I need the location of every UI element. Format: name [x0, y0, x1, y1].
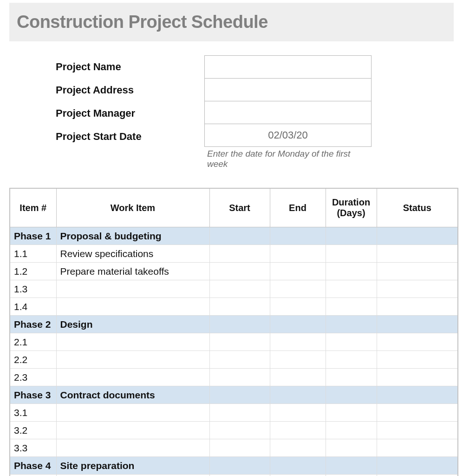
cell-work[interactable]	[56, 280, 209, 298]
cell-status[interactable]	[377, 263, 458, 280]
header-start: Start	[209, 188, 270, 227]
phase-row: Phase 1Proposal & budgeting	[10, 227, 458, 245]
table-row: 2.2	[10, 351, 458, 369]
table-row: 1.4	[10, 298, 458, 316]
header-duration: Duration (Days)	[326, 188, 377, 227]
cell-end[interactable]	[270, 386, 326, 404]
cell-start[interactable]	[209, 316, 270, 333]
cell-item[interactable]: Phase 3	[10, 386, 56, 404]
cell-item[interactable]: 3.1	[10, 404, 56, 422]
cell-start[interactable]	[209, 245, 270, 263]
cell-start[interactable]	[209, 333, 270, 351]
field-project-address[interactable]	[204, 78, 372, 101]
cell-end[interactable]	[270, 439, 326, 457]
cell-work[interactable]	[56, 404, 209, 422]
cell-end[interactable]	[270, 298, 326, 316]
cell-item[interactable]: 2.2	[10, 351, 56, 369]
cell-status[interactable]	[377, 386, 458, 404]
cell-work[interactable]: Contract documents	[56, 386, 209, 404]
cell-item[interactable]: 2.3	[10, 369, 56, 386]
cell-start[interactable]	[209, 439, 270, 457]
cell-work[interactable]	[56, 475, 209, 476]
cell-work[interactable]	[56, 422, 209, 439]
cell-work[interactable]: Review specifications	[56, 245, 209, 263]
cell-item[interactable]: Phase 2	[10, 316, 56, 333]
cell-status[interactable]	[377, 457, 458, 475]
cell-duration[interactable]	[326, 404, 377, 422]
cell-work[interactable]	[56, 369, 209, 386]
cell-duration[interactable]	[326, 280, 377, 298]
cell-item[interactable]: 4.1	[10, 475, 56, 476]
cell-start[interactable]	[209, 227, 270, 245]
cell-item[interactable]: Phase 4	[10, 457, 56, 475]
cell-status[interactable]	[377, 298, 458, 316]
cell-start[interactable]	[209, 386, 270, 404]
phase-row: Phase 4Site preparation	[10, 457, 458, 475]
cell-duration[interactable]	[326, 457, 377, 475]
cell-status[interactable]	[377, 227, 458, 245]
cell-end[interactable]	[270, 369, 326, 386]
cell-work[interactable]	[56, 439, 209, 457]
cell-duration[interactable]	[326, 422, 377, 439]
cell-duration[interactable]	[326, 245, 377, 263]
cell-item[interactable]: 1.2	[10, 263, 56, 280]
cell-item[interactable]: 1.1	[10, 245, 56, 263]
cell-duration[interactable]	[326, 227, 377, 245]
cell-item[interactable]: 2.1	[10, 333, 56, 351]
cell-status[interactable]	[377, 422, 458, 439]
cell-duration[interactable]	[326, 369, 377, 386]
cell-start[interactable]	[209, 457, 270, 475]
cell-duration[interactable]	[326, 333, 377, 351]
cell-work[interactable]	[56, 333, 209, 351]
cell-work[interactable]: Prepare material takeoffs	[56, 263, 209, 280]
field-project-name[interactable]	[204, 55, 372, 79]
cell-status[interactable]	[377, 280, 458, 298]
cell-end[interactable]	[270, 422, 326, 439]
cell-duration[interactable]	[326, 475, 377, 476]
cell-status[interactable]	[377, 475, 458, 476]
cell-status[interactable]	[377, 439, 458, 457]
cell-end[interactable]	[270, 245, 326, 263]
cell-end[interactable]	[270, 280, 326, 298]
cell-status[interactable]	[377, 316, 458, 333]
cell-status[interactable]	[377, 404, 458, 422]
cell-end[interactable]	[270, 263, 326, 280]
field-project-manager[interactable]	[204, 101, 372, 124]
cell-item[interactable]: 3.2	[10, 422, 56, 439]
cell-end[interactable]	[270, 475, 326, 476]
cell-work[interactable]: Design	[56, 316, 209, 333]
cell-start[interactable]	[209, 263, 270, 280]
cell-start[interactable]	[209, 280, 270, 298]
cell-status[interactable]	[377, 369, 458, 386]
cell-start[interactable]	[209, 369, 270, 386]
field-project-start-date[interactable]: 02/03/20	[204, 124, 372, 147]
cell-start[interactable]	[209, 351, 270, 369]
cell-status[interactable]	[377, 245, 458, 263]
cell-item[interactable]: 3.3	[10, 439, 56, 457]
cell-work[interactable]: Site preparation	[56, 457, 209, 475]
cell-end[interactable]	[270, 333, 326, 351]
cell-work[interactable]	[56, 298, 209, 316]
cell-end[interactable]	[270, 351, 326, 369]
cell-start[interactable]	[209, 298, 270, 316]
cell-end[interactable]	[270, 404, 326, 422]
cell-status[interactable]	[377, 333, 458, 351]
cell-work[interactable]: Proposal & budgeting	[56, 227, 209, 245]
cell-item[interactable]: Phase 1	[10, 227, 56, 245]
cell-start[interactable]	[209, 475, 270, 476]
cell-item[interactable]: 1.4	[10, 298, 56, 316]
cell-start[interactable]	[209, 404, 270, 422]
cell-end[interactable]	[270, 457, 326, 475]
cell-status[interactable]	[377, 351, 458, 369]
cell-end[interactable]	[270, 227, 326, 245]
cell-duration[interactable]	[326, 351, 377, 369]
cell-duration[interactable]	[326, 316, 377, 333]
cell-duration[interactable]	[326, 263, 377, 280]
cell-duration[interactable]	[326, 386, 377, 404]
cell-end[interactable]	[270, 316, 326, 333]
cell-item[interactable]: 1.3	[10, 280, 56, 298]
cell-duration[interactable]	[326, 439, 377, 457]
cell-start[interactable]	[209, 422, 270, 439]
cell-work[interactable]	[56, 351, 209, 369]
cell-duration[interactable]	[326, 298, 377, 316]
